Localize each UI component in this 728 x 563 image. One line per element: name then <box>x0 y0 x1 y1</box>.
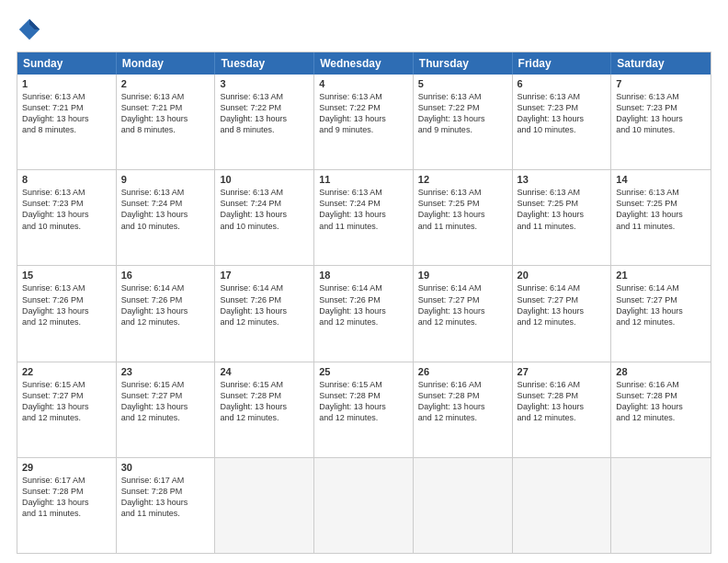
day-number: 17 <box>220 270 309 281</box>
cell-info: Sunrise: 6:17 AMSunset: 7:28 PMDaylight:… <box>121 475 210 520</box>
day-cell-26: 26Sunrise: 6:16 AMSunset: 7:28 PMDayligh… <box>414 362 513 457</box>
cell-info: Sunrise: 6:16 AMSunset: 7:28 PMDaylight:… <box>518 379 607 424</box>
cell-info: Sunrise: 6:13 AMSunset: 7:21 PMDaylight:… <box>121 91 210 136</box>
day-number: 25 <box>319 366 408 377</box>
cell-info: Sunrise: 6:13 AMSunset: 7:25 PMDaylight:… <box>418 187 507 232</box>
cell-info: Sunrise: 6:13 AMSunset: 7:25 PMDaylight:… <box>518 187 607 232</box>
cell-info: Sunrise: 6:14 AMSunset: 7:27 PMDaylight:… <box>518 282 607 327</box>
day-cell-12: 12Sunrise: 6:13 AMSunset: 7:25 PMDayligh… <box>414 170 513 265</box>
day-number: 7 <box>616 78 706 89</box>
day-cell-23: 23Sunrise: 6:15 AMSunset: 7:27 PMDayligh… <box>117 362 216 457</box>
day-number: 13 <box>518 174 607 185</box>
empty-cell <box>414 458 513 553</box>
cell-info: Sunrise: 6:13 AMSunset: 7:26 PMDaylight:… <box>22 282 111 327</box>
day-cell-19: 19Sunrise: 6:14 AMSunset: 7:27 PMDayligh… <box>414 266 513 361</box>
calendar-row-4: 22Sunrise: 6:15 AMSunset: 7:27 PMDayligh… <box>17 362 711 457</box>
calendar: SundayMondayTuesdayWednesdayThursdayFrid… <box>17 52 711 554</box>
header-day-thursday: Thursday <box>414 52 513 75</box>
cell-info: Sunrise: 6:15 AMSunset: 7:28 PMDaylight:… <box>319 379 408 424</box>
cell-info: Sunrise: 6:13 AMSunset: 7:24 PMDaylight:… <box>220 187 309 232</box>
day-number: 16 <box>121 270 210 281</box>
day-cell-29: 29Sunrise: 6:17 AMSunset: 7:28 PMDayligh… <box>17 458 117 553</box>
day-number: 21 <box>616 270 706 281</box>
calendar-row-5: 29Sunrise: 6:17 AMSunset: 7:28 PMDayligh… <box>17 457 711 553</box>
day-cell-8: 8Sunrise: 6:13 AMSunset: 7:23 PMDaylight… <box>17 170 117 265</box>
calendar-row-2: 8Sunrise: 6:13 AMSunset: 7:23 PMDaylight… <box>17 169 711 265</box>
day-number: 6 <box>518 78 607 89</box>
day-number: 20 <box>518 270 607 281</box>
day-number: 15 <box>22 270 111 281</box>
day-cell-2: 2Sunrise: 6:13 AMSunset: 7:21 PMDaylight… <box>117 75 216 169</box>
day-cell-28: 28Sunrise: 6:16 AMSunset: 7:28 PMDayligh… <box>611 362 711 457</box>
calendar-row-1: 1Sunrise: 6:13 AMSunset: 7:21 PMDaylight… <box>17 75 711 169</box>
day-cell-4: 4Sunrise: 6:13 AMSunset: 7:22 PMDaylight… <box>314 75 414 169</box>
day-number: 19 <box>418 270 507 281</box>
header-day-wednesday: Wednesday <box>314 52 414 75</box>
day-cell-7: 7Sunrise: 6:13 AMSunset: 7:23 PMDaylight… <box>611 75 711 169</box>
day-cell-10: 10Sunrise: 6:13 AMSunset: 7:24 PMDayligh… <box>215 170 314 265</box>
day-cell-30: 30Sunrise: 6:17 AMSunset: 7:28 PMDayligh… <box>117 458 216 553</box>
empty-cell <box>215 458 314 553</box>
day-number: 11 <box>319 174 408 185</box>
header-day-sunday: Sunday <box>17 52 117 75</box>
cell-info: Sunrise: 6:14 AMSunset: 7:26 PMDaylight:… <box>319 282 408 327</box>
cell-info: Sunrise: 6:16 AMSunset: 7:28 PMDaylight:… <box>418 379 507 424</box>
day-cell-15: 15Sunrise: 6:13 AMSunset: 7:26 PMDayligh… <box>17 266 117 361</box>
day-cell-27: 27Sunrise: 6:16 AMSunset: 7:28 PMDayligh… <box>513 362 612 457</box>
day-cell-25: 25Sunrise: 6:15 AMSunset: 7:28 PMDayligh… <box>314 362 414 457</box>
calendar-body: 1Sunrise: 6:13 AMSunset: 7:21 PMDaylight… <box>17 75 711 553</box>
cell-info: Sunrise: 6:14 AMSunset: 7:27 PMDaylight:… <box>418 282 507 327</box>
day-cell-17: 17Sunrise: 6:14 AMSunset: 7:26 PMDayligh… <box>215 266 314 361</box>
day-number: 28 <box>616 366 706 377</box>
day-cell-11: 11Sunrise: 6:13 AMSunset: 7:24 PMDayligh… <box>314 170 414 265</box>
cell-info: Sunrise: 6:14 AMSunset: 7:26 PMDaylight:… <box>220 282 309 327</box>
day-number: 4 <box>319 78 408 89</box>
logo <box>17 17 46 42</box>
header <box>17 17 711 42</box>
header-day-friday: Friday <box>513 52 612 75</box>
empty-cell <box>314 458 414 553</box>
day-cell-5: 5Sunrise: 6:13 AMSunset: 7:22 PMDaylight… <box>414 75 513 169</box>
day-number: 18 <box>319 270 408 281</box>
cell-info: Sunrise: 6:17 AMSunset: 7:28 PMDaylight:… <box>22 475 111 520</box>
day-number: 3 <box>220 78 309 89</box>
cell-info: Sunrise: 6:14 AMSunset: 7:27 PMDaylight:… <box>616 282 706 327</box>
cell-info: Sunrise: 6:13 AMSunset: 7:24 PMDaylight:… <box>121 187 210 232</box>
cell-info: Sunrise: 6:15 AMSunset: 7:28 PMDaylight:… <box>220 379 309 424</box>
cell-info: Sunrise: 6:13 AMSunset: 7:25 PMDaylight:… <box>616 187 706 232</box>
day-cell-20: 20Sunrise: 6:14 AMSunset: 7:27 PMDayligh… <box>513 266 612 361</box>
empty-cell <box>513 458 612 553</box>
cell-info: Sunrise: 6:13 AMSunset: 7:23 PMDaylight:… <box>22 187 111 232</box>
cell-info: Sunrise: 6:13 AMSunset: 7:21 PMDaylight:… <box>22 91 111 136</box>
page: SundayMondayTuesdayWednesdayThursdayFrid… <box>0 0 728 563</box>
day-number: 26 <box>418 366 507 377</box>
day-number: 1 <box>22 78 111 89</box>
day-number: 9 <box>121 174 210 185</box>
day-number: 10 <box>220 174 309 185</box>
day-cell-16: 16Sunrise: 6:14 AMSunset: 7:26 PMDayligh… <box>117 266 216 361</box>
day-number: 24 <box>220 366 309 377</box>
day-number: 8 <box>22 174 111 185</box>
day-cell-6: 6Sunrise: 6:13 AMSunset: 7:23 PMDaylight… <box>513 75 612 169</box>
day-number: 30 <box>121 462 210 473</box>
day-number: 29 <box>22 462 111 473</box>
day-cell-13: 13Sunrise: 6:13 AMSunset: 7:25 PMDayligh… <box>513 170 612 265</box>
cell-info: Sunrise: 6:15 AMSunset: 7:27 PMDaylight:… <box>121 379 210 424</box>
day-number: 14 <box>616 174 706 185</box>
calendar-header: SundayMondayTuesdayWednesdayThursdayFrid… <box>17 52 711 75</box>
day-cell-14: 14Sunrise: 6:13 AMSunset: 7:25 PMDayligh… <box>611 170 711 265</box>
calendar-row-3: 15Sunrise: 6:13 AMSunset: 7:26 PMDayligh… <box>17 265 711 361</box>
day-number: 22 <box>22 366 111 377</box>
header-day-tuesday: Tuesday <box>215 52 314 75</box>
header-day-monday: Monday <box>117 52 216 75</box>
day-number: 27 <box>518 366 607 377</box>
header-day-saturday: Saturday <box>611 52 711 75</box>
day-cell-21: 21Sunrise: 6:14 AMSunset: 7:27 PMDayligh… <box>611 266 711 361</box>
day-number: 5 <box>418 78 507 89</box>
cell-info: Sunrise: 6:13 AMSunset: 7:22 PMDaylight:… <box>418 91 507 136</box>
empty-cell <box>611 458 711 553</box>
day-cell-22: 22Sunrise: 6:15 AMSunset: 7:27 PMDayligh… <box>17 362 117 457</box>
day-cell-1: 1Sunrise: 6:13 AMSunset: 7:21 PMDaylight… <box>17 75 117 169</box>
cell-info: Sunrise: 6:14 AMSunset: 7:26 PMDaylight:… <box>121 282 210 327</box>
day-number: 12 <box>418 174 507 185</box>
